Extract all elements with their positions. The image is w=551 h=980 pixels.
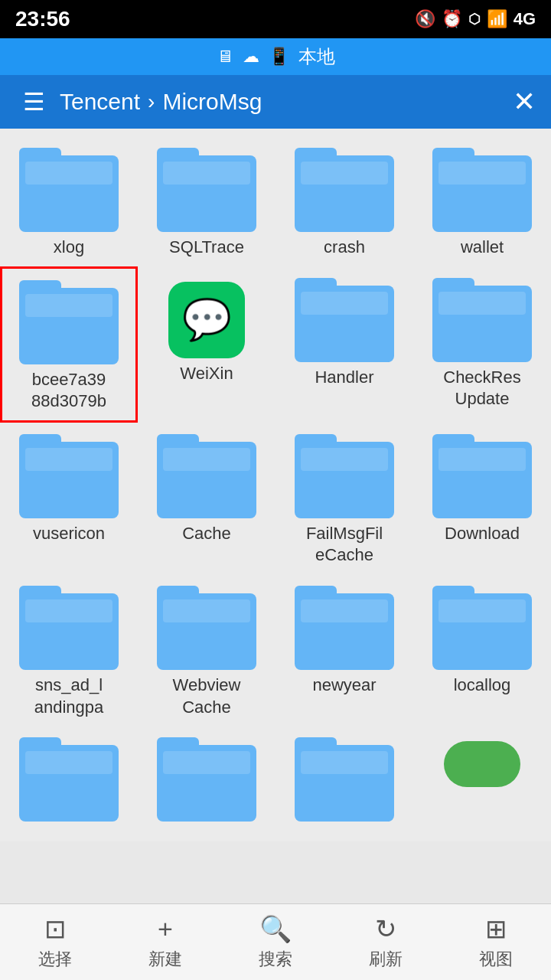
folder-item-locallog[interactable]: locallog xyxy=(413,574,551,726)
phone-icon: 📱 xyxy=(269,47,289,67)
location-bar: 🖥 ☁ 📱 本地 xyxy=(0,38,551,75)
folder-icon-handler xyxy=(295,278,394,362)
folder-item-partial1[interactable] xyxy=(0,726,138,834)
folder-label-sns_ad: sns_ad_landingpa xyxy=(34,675,104,718)
refresh-icon: ↻ xyxy=(375,913,396,944)
folder-icon-partial3 xyxy=(295,737,394,822)
folder-item-partial4[interactable] xyxy=(413,726,551,834)
folder-item-handler[interactable]: Handler xyxy=(276,266,413,423)
view-icon: ⊞ xyxy=(485,913,507,944)
folder-item-partial2[interactable] xyxy=(138,726,276,834)
select-button[interactable]: ⊡ 选择 xyxy=(38,913,72,971)
menu-icon[interactable]: ☰ xyxy=(15,87,52,116)
status-icons: 🔇 ⏰ ⬡ 📶 4G xyxy=(415,9,536,29)
mute-icon: 🔇 xyxy=(415,9,435,29)
folder-item-webview[interactable]: WebviewCache xyxy=(138,574,276,726)
bottom-toolbar: ⊡ 选择 + 新建 🔍 搜索 ↻ 刷新 ⊞ 视图 xyxy=(0,903,551,980)
folder-label-newyear: newyear xyxy=(312,675,376,697)
folder-icon-vusericon xyxy=(19,434,119,518)
folder-icon-sqltrace xyxy=(157,148,256,232)
folder-item-checkres[interactable]: CheckResUpdate xyxy=(413,266,551,423)
folder-icon-partial2 xyxy=(157,737,256,822)
cloud-icon: ☁ xyxy=(243,47,259,67)
breadcrumb-tencent[interactable]: Tencent xyxy=(60,89,140,115)
file-grid: xlogSQLTracecrashwalletbcee7a3988d3079b💬… xyxy=(0,129,551,841)
folder-item-weixin[interactable]: 💬WeiXin xyxy=(138,266,276,423)
select-label: 选择 xyxy=(38,948,72,971)
folder-label-crash: crash xyxy=(324,237,365,259)
select-icon: ⊡ xyxy=(44,913,66,944)
folder-icon-failmsg xyxy=(295,434,394,518)
app-icon-weixin: 💬 xyxy=(168,282,245,358)
folder-icon-webview xyxy=(157,586,256,670)
bluetooth-icon: ⬡ xyxy=(468,11,481,28)
alarm-icon: ⏰ xyxy=(442,9,462,29)
folder-icon-newyear xyxy=(295,586,394,670)
folder-icon-xlog xyxy=(19,148,119,232)
folder-item-failmsg[interactable]: FailMsgFileCache xyxy=(276,423,413,574)
folder-item-newyear[interactable]: newyear xyxy=(276,574,413,726)
breadcrumb-bar: ☰ Tencent › MicroMsg ✕ xyxy=(0,75,551,129)
folder-label-wallet: wallet xyxy=(461,237,504,259)
folder-icon-sns_ad xyxy=(19,586,119,670)
breadcrumb-chevron: › xyxy=(148,90,155,114)
status-bar: 23:56 🔇 ⏰ ⬡ 📶 4G xyxy=(0,0,551,38)
folder-label-cache: Cache xyxy=(182,523,231,545)
folder-icon-checkres xyxy=(432,278,532,362)
folder-item-bcee7a39[interactable]: bcee7a3988d3079b xyxy=(0,266,138,423)
breadcrumb-micromsg[interactable]: MicroMsg xyxy=(162,89,262,115)
folder-item-cache[interactable]: Cache xyxy=(138,423,276,574)
folder-item-sqltrace[interactable]: SQLTrace xyxy=(138,136,276,266)
folder-icon-locallog xyxy=(432,586,532,670)
folder-icon-crash xyxy=(295,148,394,232)
signal-icon: 📶 xyxy=(487,9,507,29)
monitor-icon: 🖥 xyxy=(217,47,233,67)
folder-icon-bcee7a39 xyxy=(19,280,119,364)
search-button[interactable]: 🔍 搜索 xyxy=(259,913,292,971)
4g-label: 4G xyxy=(514,9,536,29)
folder-label-locallog: locallog xyxy=(454,675,511,697)
refresh-button[interactable]: ↻ 刷新 xyxy=(369,913,403,971)
create-button[interactable]: + 新建 xyxy=(148,914,182,971)
green-fab-partial4[interactable] xyxy=(444,741,520,787)
folder-label-sqltrace: SQLTrace xyxy=(169,237,244,259)
folder-label-failmsg: FailMsgFileCache xyxy=(306,523,383,567)
view-button[interactable]: ⊞ 视图 xyxy=(479,913,513,971)
close-icon[interactable]: ✕ xyxy=(513,86,536,118)
create-icon: + xyxy=(158,914,173,944)
folder-item-partial3[interactable] xyxy=(276,726,413,834)
folder-label-vusericon: vusericon xyxy=(33,523,105,545)
folder-label-bcee7a39: bcee7a3988d3079b xyxy=(31,369,106,413)
search-icon: 🔍 xyxy=(259,913,292,944)
view-label: 视图 xyxy=(479,948,513,971)
status-time: 23:56 xyxy=(15,7,70,31)
folder-icon-download xyxy=(432,434,532,518)
folder-icon-partial1 xyxy=(19,737,119,822)
folder-item-download[interactable]: Download xyxy=(413,423,551,574)
folder-label-weixin: WeiXin xyxy=(180,363,233,385)
folder-item-sns_ad[interactable]: sns_ad_landingpa xyxy=(0,574,138,726)
folder-label-xlog: xlog xyxy=(54,237,84,259)
folder-label-webview: WebviewCache xyxy=(173,675,241,718)
create-label: 新建 xyxy=(148,948,182,971)
search-label: 搜索 xyxy=(259,948,292,971)
folder-icon-wallet xyxy=(432,148,532,232)
refresh-label: 刷新 xyxy=(369,948,403,971)
folder-item-vusericon[interactable]: vusericon xyxy=(0,423,138,574)
folder-item-crash[interactable]: crash xyxy=(276,136,413,266)
folder-icon-cache xyxy=(157,434,256,518)
folder-item-xlog[interactable]: xlog xyxy=(0,136,138,266)
folder-label-download: Download xyxy=(445,523,520,545)
folder-label-handler: Handler xyxy=(315,367,373,389)
folder-label-checkres: CheckResUpdate xyxy=(443,367,520,410)
location-label: 本地 xyxy=(298,44,335,69)
folder-item-wallet[interactable]: wallet xyxy=(413,136,551,266)
